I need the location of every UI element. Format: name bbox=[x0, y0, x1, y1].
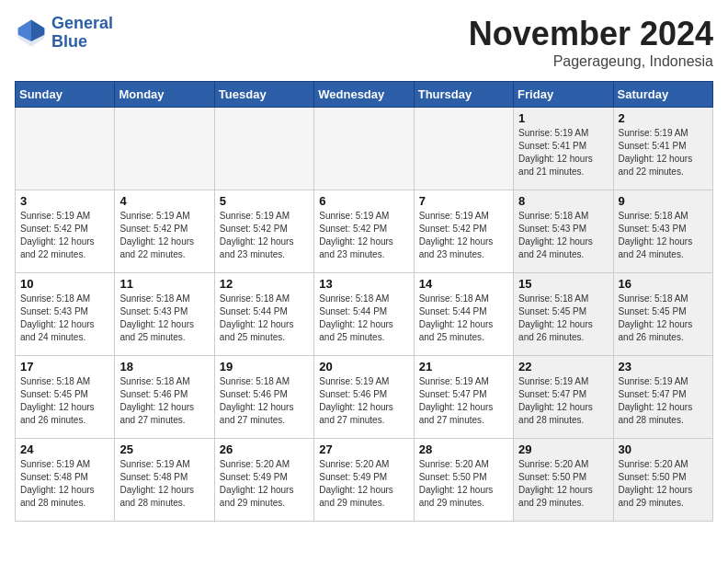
day-number: 5 bbox=[220, 194, 309, 208]
day-info: Sunrise: 5:18 AM Sunset: 5:43 PM Dayligh… bbox=[518, 210, 608, 261]
day-number: 2 bbox=[619, 111, 708, 125]
day-info: Sunrise: 5:19 AM Sunset: 5:42 PM Dayligh… bbox=[319, 210, 408, 261]
day-info: Sunrise: 5:18 AM Sunset: 5:46 PM Dayligh… bbox=[119, 375, 209, 427]
calendar-cell: 12Sunrise: 5:18 AM Sunset: 5:44 PM Dayli… bbox=[214, 273, 313, 356]
day-info: Sunrise: 5:19 AM Sunset: 5:47 PM Dayligh… bbox=[518, 375, 608, 427]
calendar-cell: 25Sunrise: 5:19 AM Sunset: 5:48 PM Dayli… bbox=[115, 439, 214, 522]
calendar-week-1: 1Sunrise: 5:19 AM Sunset: 5:41 PM Daylig… bbox=[16, 108, 713, 190]
day-header-monday: Monday bbox=[115, 82, 214, 108]
day-info: Sunrise: 5:20 AM Sunset: 5:49 PM Dayligh… bbox=[220, 458, 309, 510]
calendar-cell: 5Sunrise: 5:19 AM Sunset: 5:42 PM Daylig… bbox=[214, 190, 313, 273]
day-info: Sunrise: 5:18 AM Sunset: 5:44 PM Dayligh… bbox=[319, 293, 408, 344]
calendar-cell: 24Sunrise: 5:19 AM Sunset: 5:48 PM Dayli… bbox=[16, 439, 115, 522]
day-number: 10 bbox=[20, 277, 109, 291]
calendar-cell bbox=[16, 108, 115, 190]
day-number: 3 bbox=[20, 194, 109, 208]
calendar-cell: 2Sunrise: 5:19 AM Sunset: 5:41 PM Daylig… bbox=[613, 108, 712, 190]
day-info: Sunrise: 5:18 AM Sunset: 5:45 PM Dayligh… bbox=[619, 293, 708, 344]
day-number: 4 bbox=[119, 194, 209, 208]
calendar-cell bbox=[314, 108, 414, 190]
day-number: 13 bbox=[319, 277, 408, 291]
day-number: 27 bbox=[319, 442, 408, 456]
day-number: 16 bbox=[619, 277, 708, 291]
day-number: 24 bbox=[20, 442, 109, 456]
calendar-cell: 18Sunrise: 5:18 AM Sunset: 5:46 PM Dayli… bbox=[115, 356, 214, 439]
day-info: Sunrise: 5:19 AM Sunset: 5:42 PM Dayligh… bbox=[20, 210, 109, 261]
calendar-cell: 4Sunrise: 5:19 AM Sunset: 5:42 PM Daylig… bbox=[115, 190, 214, 273]
day-info: Sunrise: 5:19 AM Sunset: 5:48 PM Dayligh… bbox=[20, 458, 109, 510]
month-title: November 2024 bbox=[469, 15, 713, 53]
day-info: Sunrise: 5:18 AM Sunset: 5:46 PM Dayligh… bbox=[220, 375, 309, 427]
day-number: 1 bbox=[518, 111, 608, 125]
calendar-cell: 15Sunrise: 5:18 AM Sunset: 5:45 PM Dayli… bbox=[514, 273, 613, 356]
day-info: Sunrise: 5:19 AM Sunset: 5:41 PM Dayligh… bbox=[619, 127, 708, 178]
day-info: Sunrise: 5:18 AM Sunset: 5:45 PM Dayligh… bbox=[20, 375, 109, 427]
day-header-wednesday: Wednesday bbox=[314, 82, 414, 108]
calendar-cell: 19Sunrise: 5:18 AM Sunset: 5:46 PM Dayli… bbox=[214, 356, 313, 439]
day-number: 7 bbox=[419, 194, 508, 208]
day-info: Sunrise: 5:20 AM Sunset: 5:50 PM Dayligh… bbox=[619, 458, 708, 510]
day-info: Sunrise: 5:19 AM Sunset: 5:42 PM Dayligh… bbox=[220, 210, 309, 261]
calendar-cell: 13Sunrise: 5:18 AM Sunset: 5:44 PM Dayli… bbox=[314, 273, 414, 356]
day-info: Sunrise: 5:19 AM Sunset: 5:42 PM Dayligh… bbox=[419, 210, 508, 261]
calendar-cell: 26Sunrise: 5:20 AM Sunset: 5:49 PM Dayli… bbox=[214, 439, 313, 522]
calendar-table: SundayMondayTuesdayWednesdayThursdayFrid… bbox=[15, 81, 713, 522]
day-number: 17 bbox=[20, 360, 109, 373]
calendar-cell: 16Sunrise: 5:18 AM Sunset: 5:45 PM Dayli… bbox=[613, 273, 712, 356]
calendar-week-4: 17Sunrise: 5:18 AM Sunset: 5:45 PM Dayli… bbox=[16, 356, 713, 439]
day-info: Sunrise: 5:20 AM Sunset: 5:50 PM Dayligh… bbox=[518, 458, 608, 510]
day-number: 9 bbox=[619, 194, 708, 208]
location-subtitle: Pagerageung, Indonesia bbox=[469, 53, 713, 70]
logo-line2: Blue bbox=[51, 33, 113, 52]
logo-text: General Blue bbox=[51, 15, 113, 52]
logo-icon bbox=[15, 17, 48, 50]
day-info: Sunrise: 5:18 AM Sunset: 5:43 PM Dayligh… bbox=[119, 293, 209, 344]
calendar-cell: 3Sunrise: 5:19 AM Sunset: 5:42 PM Daylig… bbox=[16, 190, 115, 273]
page-header: General Blue November 2024 Pagerageung, … bbox=[15, 15, 713, 70]
day-info: Sunrise: 5:19 AM Sunset: 5:42 PM Dayligh… bbox=[119, 210, 209, 261]
day-info: Sunrise: 5:18 AM Sunset: 5:44 PM Dayligh… bbox=[419, 293, 508, 344]
day-number: 22 bbox=[518, 360, 608, 373]
day-number: 20 bbox=[319, 360, 408, 373]
day-number: 26 bbox=[220, 442, 309, 456]
day-header-friday: Friday bbox=[514, 82, 613, 108]
day-info: Sunrise: 5:19 AM Sunset: 5:47 PM Dayligh… bbox=[619, 375, 708, 427]
calendar-cell: 20Sunrise: 5:19 AM Sunset: 5:46 PM Dayli… bbox=[314, 356, 414, 439]
day-number: 30 bbox=[619, 442, 708, 456]
day-number: 15 bbox=[518, 277, 608, 291]
day-info: Sunrise: 5:18 AM Sunset: 5:43 PM Dayligh… bbox=[619, 210, 708, 261]
day-info: Sunrise: 5:18 AM Sunset: 5:45 PM Dayligh… bbox=[518, 293, 608, 344]
calendar-week-2: 3Sunrise: 5:19 AM Sunset: 5:42 PM Daylig… bbox=[16, 190, 713, 273]
calendar-cell: 7Sunrise: 5:19 AM Sunset: 5:42 PM Daylig… bbox=[414, 190, 513, 273]
day-number: 21 bbox=[419, 360, 508, 373]
title-block: November 2024 Pagerageung, Indonesia bbox=[469, 15, 713, 70]
calendar-cell: 30Sunrise: 5:20 AM Sunset: 5:50 PM Dayli… bbox=[613, 439, 712, 522]
day-info: Sunrise: 5:19 AM Sunset: 5:47 PM Dayligh… bbox=[419, 375, 508, 427]
day-info: Sunrise: 5:18 AM Sunset: 5:43 PM Dayligh… bbox=[20, 293, 109, 344]
logo-line1: General bbox=[51, 15, 113, 33]
calendar-cell: 9Sunrise: 5:18 AM Sunset: 5:43 PM Daylig… bbox=[613, 190, 712, 273]
day-header-saturday: Saturday bbox=[613, 82, 712, 108]
calendar-cell: 11Sunrise: 5:18 AM Sunset: 5:43 PM Dayli… bbox=[115, 273, 214, 356]
calendar-cell: 28Sunrise: 5:20 AM Sunset: 5:50 PM Dayli… bbox=[414, 439, 513, 522]
calendar-cell: 1Sunrise: 5:19 AM Sunset: 5:41 PM Daylig… bbox=[514, 108, 613, 190]
calendar-cell bbox=[214, 108, 313, 190]
day-info: Sunrise: 5:20 AM Sunset: 5:49 PM Dayligh… bbox=[319, 458, 408, 510]
day-number: 18 bbox=[119, 360, 209, 373]
calendar-cell: 22Sunrise: 5:19 AM Sunset: 5:47 PM Dayli… bbox=[514, 356, 613, 439]
day-number: 6 bbox=[319, 194, 408, 208]
day-info: Sunrise: 5:18 AM Sunset: 5:44 PM Dayligh… bbox=[220, 293, 309, 344]
day-header-tuesday: Tuesday bbox=[214, 82, 313, 108]
day-number: 28 bbox=[419, 442, 508, 456]
logo: General Blue bbox=[15, 15, 113, 52]
calendar-cell: 29Sunrise: 5:20 AM Sunset: 5:50 PM Dayli… bbox=[514, 439, 613, 522]
day-header-thursday: Thursday bbox=[414, 82, 513, 108]
calendar-cell bbox=[115, 108, 214, 190]
calendar-cell: 10Sunrise: 5:18 AM Sunset: 5:43 PM Dayli… bbox=[16, 273, 115, 356]
calendar-week-5: 24Sunrise: 5:19 AM Sunset: 5:48 PM Dayli… bbox=[16, 439, 713, 522]
day-number: 25 bbox=[119, 442, 209, 456]
day-number: 14 bbox=[419, 277, 508, 291]
calendar-cell: 23Sunrise: 5:19 AM Sunset: 5:47 PM Dayli… bbox=[613, 356, 712, 439]
calendar-cell: 27Sunrise: 5:20 AM Sunset: 5:49 PM Dayli… bbox=[314, 439, 414, 522]
calendar-week-3: 10Sunrise: 5:18 AM Sunset: 5:43 PM Dayli… bbox=[16, 273, 713, 356]
